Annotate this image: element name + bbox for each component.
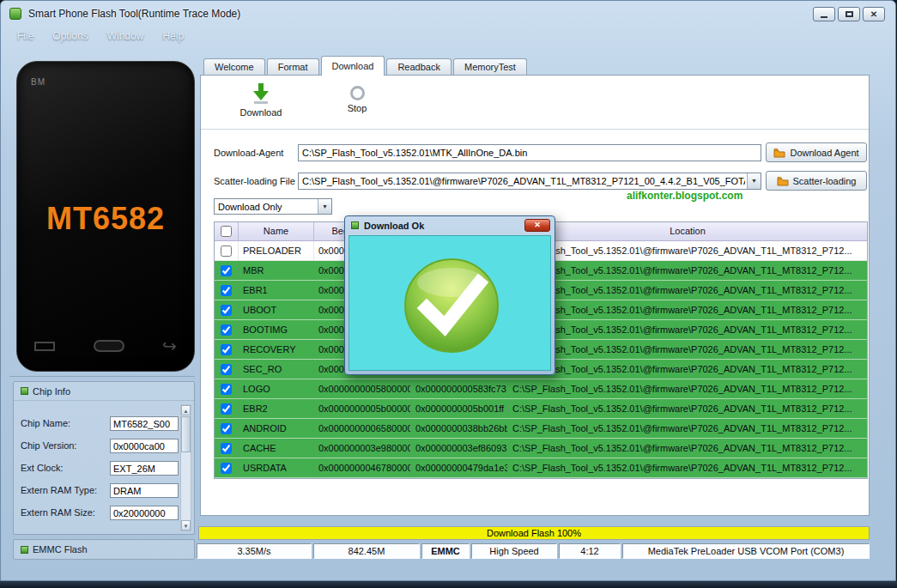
scroll-down-icon[interactable]: ▼	[181, 520, 191, 530]
dialog-close-button[interactable]: ✕	[524, 219, 550, 232]
watermark-text: alifkonter.blogspot.com	[627, 190, 742, 202]
chevron-down-icon[interactable]: ▼	[747, 173, 761, 189]
location-cell: C:\SP_Flash_Tool_v5.1352.01\@firmware\P7…	[508, 340, 867, 359]
partition-name-cell: SEC_RO	[239, 360, 314, 379]
row-checkbox[interactable]	[221, 364, 232, 375]
chip-name-field[interactable]	[110, 416, 179, 431]
download-agent-button[interactable]: Download Agent	[766, 142, 867, 162]
stop-button[interactable]: Stop	[321, 82, 393, 125]
minimize-icon	[821, 16, 827, 18]
phone-nav-buttons: ↩	[34, 335, 177, 357]
partition-name-cell: BOOTIMG	[239, 320, 314, 339]
scatter-loading-button[interactable]: Scatter-loading	[766, 171, 867, 191]
table-row[interactable]: EBR20x0000000005b000000x0000000005b001ff…	[215, 399, 867, 419]
tab-format[interactable]: Format	[267, 58, 319, 75]
end-address-cell: 0x0000000005b001ff	[411, 399, 508, 418]
location-cell: C:\SP_Flash_Tool_v5.1352.01\@firmware\P7…	[508, 399, 867, 418]
location-cell: C:\SP_Flash_Tool_v5.1352.01\@firmware\P7…	[508, 360, 867, 379]
chip-version-field[interactable]	[110, 439, 179, 453]
scrollbar-thumb[interactable]	[181, 416, 191, 452]
row-checkbox-cell	[215, 458, 239, 477]
location-cell: C:\SP_Flash_Tool_v5.1352.01\@firmware\P7…	[508, 300, 867, 319]
location-cell: C:\SP_Flash_Tool_v5.1352.01\@firmware\P7…	[508, 281, 867, 300]
chip-info-scrollbar[interactable]: ▲ ▼	[180, 404, 191, 531]
status-usb-speed: High Speed	[471, 543, 557, 559]
menu-options[interactable]: Options	[43, 27, 97, 46]
ram-type-label: Extern RAM Type:	[21, 485, 97, 495]
folder-icon	[773, 148, 785, 158]
close-button[interactable]: ✕	[863, 7, 885, 21]
menu-help[interactable]: Help	[153, 27, 193, 46]
table-row[interactable]: CACHE0x000000003e9800000x000000003ef8609…	[215, 439, 867, 458]
row-checkbox[interactable]	[221, 423, 232, 434]
ram-type-field[interactable]	[110, 483, 179, 498]
location-cell: C:\SP_Flash_Tool_v5.1352.01\@firmware\P7…	[508, 439, 867, 458]
partition-name-cell: PRELOADER	[239, 241, 314, 260]
row-checkbox[interactable]	[221, 443, 232, 454]
download-button[interactable]: Download	[225, 82, 297, 125]
dialog-icon	[351, 221, 359, 229]
end-address-cell: 0x00000000479da1e3	[411, 458, 508, 477]
row-checkbox-cell	[215, 439, 239, 458]
minimize-button[interactable]	[813, 7, 835, 21]
screen: Smart Phone Flash Tool(Runtime Trace Mod…	[0, 0, 897, 588]
menu-file[interactable]: File	[8, 27, 43, 46]
scatter-file-value: C:\SP_Flash_Tool_v5.1352.01\@firmware\P7…	[302, 173, 745, 189]
menu-bar: File Options Window Help	[8, 27, 193, 46]
download-agent-path-field[interactable]	[298, 144, 761, 161]
table-row[interactable]: USRDATA0x00000000467800000x00000000479da…	[215, 458, 867, 478]
status-speed: 3.35M/s	[197, 543, 312, 559]
row-checkbox-cell	[215, 300, 239, 319]
row-checkbox[interactable]	[221, 403, 232, 415]
left-panel-divider	[9, 376, 195, 377]
header-location: Location	[508, 222, 867, 240]
row-checkbox-cell	[215, 379, 239, 398]
location-cell: C:\SP_Flash_Tool_v5.1352.01\@firmware\P7…	[508, 419, 867, 438]
emmc-flash-group: EMMC Flash	[13, 539, 195, 560]
header-name: Name	[239, 222, 314, 240]
row-checkbox[interactable]	[221, 246, 232, 257]
download-mode-combobox[interactable]: Download Only ▼	[214, 198, 332, 215]
select-all-checkbox[interactable]	[221, 226, 232, 237]
dialog-title-bar[interactable]: Download Ok	[345, 216, 555, 234]
phone-brand-text: BM	[31, 77, 45, 87]
menu-window[interactable]: Window	[98, 27, 154, 46]
table-row[interactable]: ANDROID0x00000000065800000x0000000038bb2…	[215, 419, 867, 439]
row-checkbox[interactable]	[221, 305, 232, 316]
scroll-up-icon[interactable]: ▲	[181, 405, 191, 415]
flash-progress-bar: Download Flash 100%	[198, 526, 870, 540]
tab-welcome[interactable]: Welcome	[203, 58, 265, 75]
chevron-down-icon[interactable]: ▼	[318, 199, 331, 214]
row-checkbox[interactable]	[221, 463, 232, 474]
location-cell: C:\SP_Flash_Tool_v5.1352.01\@firmware\P7…	[508, 458, 867, 477]
row-checkbox[interactable]	[221, 265, 232, 276]
table-row[interactable]: LOGO0x00000000058000000x000000000583fc73…	[215, 379, 867, 399]
ram-size-field[interactable]	[110, 506, 179, 520]
partition-name-cell: UBOOT	[239, 300, 314, 319]
partition-name-cell: CACHE	[239, 439, 314, 458]
row-checkbox-cell	[215, 419, 239, 438]
maximize-icon	[845, 11, 853, 17]
ext-clock-field[interactable]	[110, 461, 179, 476]
window-title: Smart Phone Flash Tool(Runtime Trace Mod…	[28, 8, 240, 20]
download-ok-dialog: Download Ok ✕	[344, 215, 555, 375]
row-checkbox[interactable]	[221, 384, 232, 395]
chip-info-title: Chip Info	[33, 386, 70, 397]
partition-name-cell: ANDROID	[239, 419, 314, 438]
tab-readback[interactable]: Readback	[386, 58, 452, 75]
status-bar: 3.35M/s 842.45M EMMC High Speed 4:12 Med…	[197, 543, 870, 559]
maximize-button[interactable]	[838, 7, 860, 21]
chip-info-group: Chip Info Chip Name: Chip Version: Ext C…	[13, 381, 195, 535]
end-address-cell: 0x000000000583fc73	[411, 379, 508, 398]
scatter-file-combobox[interactable]: C:\SP_Flash_Tool_v5.1352.01\@firmware\P7…	[298, 173, 761, 190]
toolbar-separator	[201, 129, 869, 130]
row-checkbox-cell	[215, 241, 239, 260]
row-checkbox[interactable]	[221, 344, 232, 355]
tab-download[interactable]: Download	[321, 56, 385, 76]
chip-info-icon	[21, 387, 28, 395]
dialog-title: Download Ok	[364, 221, 424, 231]
row-checkbox[interactable]	[221, 324, 232, 336]
partition-name-cell: USRDATA	[239, 458, 314, 477]
tab-memorytest[interactable]: MemoryTest	[453, 58, 527, 75]
row-checkbox[interactable]	[221, 285, 232, 296]
